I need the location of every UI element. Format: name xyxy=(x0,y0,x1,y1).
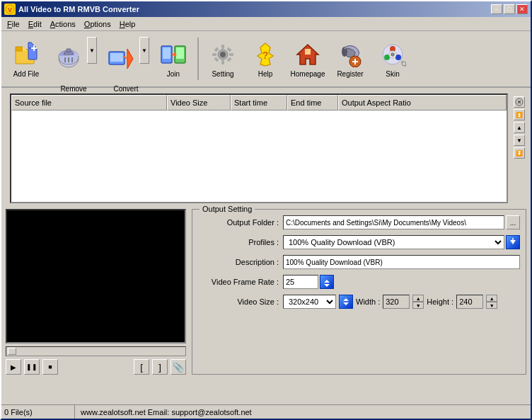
pause-button[interactable]: ❚❚ xyxy=(24,359,40,375)
scroll-bottom-btn[interactable]: ⏬ xyxy=(514,147,525,159)
col-header-endtime[interactable]: End time xyxy=(287,95,338,110)
close-button[interactable]: ✕ xyxy=(516,4,528,14)
width-spin-down[interactable]: ▼ xyxy=(412,302,424,309)
profiles-row: Profiles : 100% Quality Download (VBR) xyxy=(198,235,520,249)
remove-button[interactable] xyxy=(50,34,87,84)
svg-marker-59 xyxy=(324,284,330,287)
videosize-wrapper: 320x240 Width : ▲ ▼ xyxy=(283,295,497,309)
output-folder-input[interactable] xyxy=(283,215,504,229)
menu-options[interactable]: Options xyxy=(80,17,115,30)
menu-help[interactable]: Help xyxy=(115,17,140,30)
svg-rect-21 xyxy=(163,47,170,59)
description-row: Description : xyxy=(198,255,520,269)
convert-button[interactable] xyxy=(103,34,139,84)
height-spin-up[interactable]: ▲ xyxy=(486,295,497,302)
help-label: Help xyxy=(258,70,273,78)
stop-button[interactable]: ■ xyxy=(42,359,58,375)
col-header-aspect[interactable]: Output Aspect Ratio xyxy=(338,95,507,110)
browse-button[interactable]: ... xyxy=(506,215,520,229)
svg-marker-56 xyxy=(510,240,516,244)
add-file-label: Add File xyxy=(13,70,40,78)
width-spin: ▲ ▼ xyxy=(412,295,424,309)
svg-marker-4 xyxy=(23,47,27,51)
col-header-starttime[interactable]: Start time xyxy=(231,95,287,110)
width-spin-up[interactable]: ▲ xyxy=(412,295,424,302)
skin-icon xyxy=(378,40,407,69)
remove-button-row: ▼ xyxy=(50,34,97,84)
svg-rect-39 xyxy=(305,49,311,55)
join-label: Join xyxy=(167,70,180,78)
app-icon: V xyxy=(4,4,16,15)
seek-bar[interactable] xyxy=(6,346,186,356)
maximize-button[interactable]: □ xyxy=(504,4,515,14)
play-button[interactable]: ▶ xyxy=(6,359,21,375)
skin-button[interactable]: Skin xyxy=(372,34,413,84)
col-header-videosize[interactable]: Video Size xyxy=(167,95,231,110)
paperclip-button[interactable]: 📎 xyxy=(170,359,186,375)
convert-button-group: ▼ Convert xyxy=(100,34,151,84)
svg-rect-34 xyxy=(214,57,219,62)
videosize-label: Video Size : xyxy=(198,297,283,306)
scroll-settings-btn[interactable] xyxy=(514,96,525,108)
file-list-body xyxy=(11,110,507,202)
svg-rect-35 xyxy=(226,47,231,52)
profile-arrow-button[interactable] xyxy=(506,235,520,249)
video-preview-container: ▶ ❚❚ ■ [ ] 📎 xyxy=(6,209,186,375)
description-input[interactable] xyxy=(283,255,520,269)
col-header-source[interactable]: Source file xyxy=(11,95,167,110)
menu-edit[interactable]: Edit xyxy=(24,17,46,30)
scroll-up-btn[interactable]: ▲ xyxy=(514,122,525,133)
framerate-spin-button[interactable] xyxy=(320,275,334,289)
setting-label: Setting xyxy=(212,70,233,78)
height-spin-down[interactable]: ▼ xyxy=(486,302,497,309)
add-file-icon xyxy=(12,40,40,69)
videosize-select[interactable]: 320x240 xyxy=(283,295,336,309)
profile-select[interactable]: 100% Quality Download (VBR) xyxy=(283,235,504,249)
toolbar-separator-1 xyxy=(197,38,199,80)
title-bar-controls: − □ ✕ xyxy=(491,4,528,14)
website-info: www.zealotsoft.net Email: support@zealot… xyxy=(75,408,528,416)
menu-file[interactable]: File xyxy=(3,17,24,30)
content-area: Source file Video Size Start time End ti… xyxy=(1,88,531,407)
help-button[interactable]: ? Help xyxy=(245,34,286,84)
title-bar: V All Video to RM RMVB Converter − □ ✕ xyxy=(1,1,531,17)
main-window: V All Video to RM RMVB Converter − □ ✕ F… xyxy=(0,0,532,420)
setting-button[interactable]: Setting xyxy=(202,34,243,84)
convert-icon xyxy=(107,45,135,73)
convert-dropdown-arrow[interactable]: ▼ xyxy=(139,37,149,64)
bottom-section: ▶ ❚❚ ■ [ ] 📎 Output Setting Output Folde… xyxy=(6,209,526,375)
add-file-button[interactable]: Add File xyxy=(6,34,47,84)
svg-marker-3 xyxy=(16,47,23,51)
framerate-row: Video Frame Rate : xyxy=(198,275,520,289)
svg-rect-23 xyxy=(176,47,184,59)
remove-dropdown-arrow[interactable]: ▼ xyxy=(87,37,97,64)
output-settings-panel: Output Setting Output Folder : ... Profi… xyxy=(192,209,526,375)
homepage-button[interactable]: Homepage xyxy=(287,34,328,84)
output-folder-row: Output Folder : ... xyxy=(198,215,520,229)
help-icon: ? xyxy=(251,40,279,69)
svg-marker-18 xyxy=(127,49,133,69)
bracket-open-button[interactable]: [ xyxy=(134,359,149,375)
menu-actions[interactable]: Actions xyxy=(46,17,80,30)
svg-marker-58 xyxy=(324,280,330,283)
svg-marker-5 xyxy=(28,42,37,48)
scroll-down-btn[interactable]: ▼ xyxy=(514,135,525,146)
scroll-top-btn[interactable]: ⏫ xyxy=(514,109,525,120)
file-list: Source file Video Size Start time End ti… xyxy=(10,93,508,203)
menu-bar: File Edit Actions Options Help xyxy=(1,17,531,31)
file-list-header: Source file Video Size Start time End ti… xyxy=(11,95,507,110)
minimize-button[interactable]: − xyxy=(491,4,502,14)
seek-thumb[interactable] xyxy=(8,348,16,355)
videosize-spin-button[interactable] xyxy=(339,295,353,309)
framerate-input[interactable] xyxy=(283,275,318,289)
register-icon xyxy=(336,40,364,69)
svg-text:?: ? xyxy=(262,50,269,61)
videosize-row: Video Size : 320x240 Width : xyxy=(198,295,520,309)
bracket-close-button[interactable]: ] xyxy=(152,359,168,375)
status-bar: 0 File(s) www.zealotsoft.net Email: supp… xyxy=(1,404,531,419)
profiles-label: Profiles : xyxy=(198,238,283,246)
homepage-icon xyxy=(294,40,322,69)
profile-select-wrapper: 100% Quality Download (VBR) xyxy=(283,235,520,249)
register-button[interactable]: Register xyxy=(330,34,371,84)
join-button[interactable]: Join xyxy=(153,34,194,84)
